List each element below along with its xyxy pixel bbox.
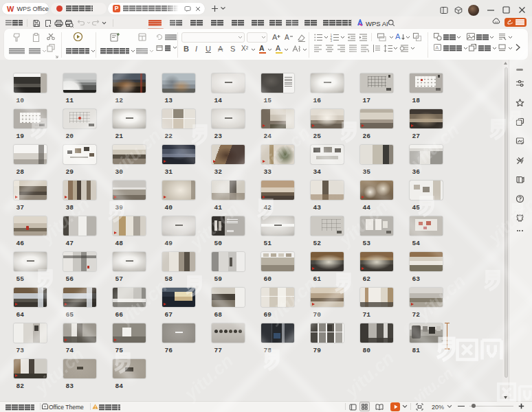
svg-text:3: 3 (331, 39, 333, 43)
svg-text:A: A (285, 34, 289, 41)
svg-text:A: A (395, 32, 401, 41)
svg-text:A: A (435, 45, 439, 51)
svg-text:A: A (272, 33, 278, 41)
